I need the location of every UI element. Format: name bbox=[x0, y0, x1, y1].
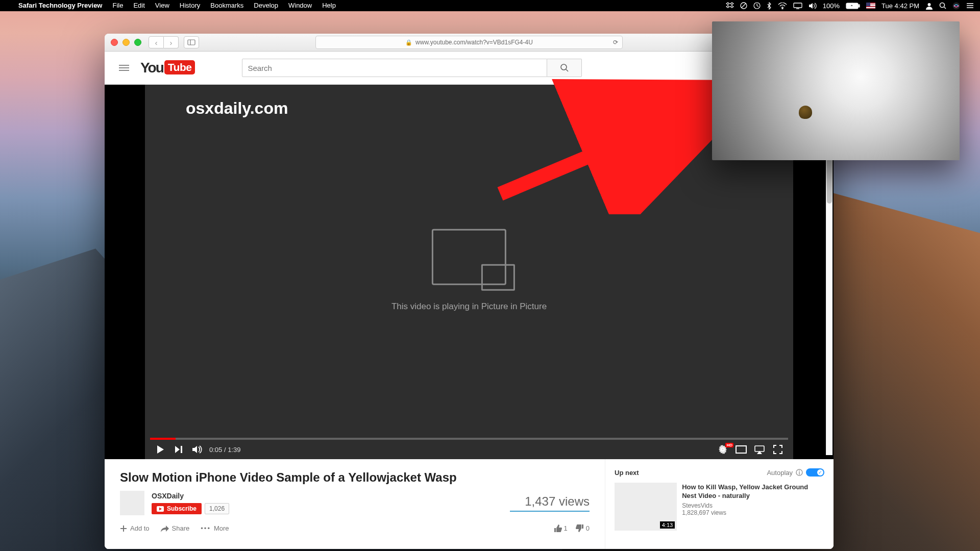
menubar-clock[interactable]: Tue 4:42 PM bbox=[881, 2, 919, 10]
menu-help[interactable]: Help bbox=[317, 0, 341, 11]
svg-rect-11 bbox=[736, 446, 746, 453]
svg-rect-5 bbox=[859, 5, 860, 7]
search-input[interactable] bbox=[242, 59, 547, 77]
dropbox-icon[interactable] bbox=[726, 2, 734, 9]
airplay-button[interactable] bbox=[750, 445, 769, 454]
svg-rect-9 bbox=[188, 40, 195, 45]
recommended-thumbnail: 4:13 bbox=[615, 483, 677, 531]
menu-bookmarks[interactable]: Bookmarks bbox=[205, 0, 249, 11]
battery-icon[interactable] bbox=[846, 3, 860, 9]
video-watermark: osxdaily.com bbox=[186, 99, 288, 118]
pip-placeholder: This video is playing in Picture in Pict… bbox=[391, 229, 547, 312]
pip-message: This video is playing in Picture in Pict… bbox=[391, 302, 547, 312]
guide-menu-button[interactable] bbox=[119, 63, 129, 72]
menu-view[interactable]: View bbox=[150, 0, 175, 11]
video-player[interactable]: osxdaily.com This video is playing in Pi… bbox=[145, 85, 793, 459]
battery-percent: 100% bbox=[823, 2, 840, 10]
thumbs-down-icon bbox=[576, 524, 584, 532]
url-text: www.youtube.com/watch?v=VBd1sFG4-4U bbox=[415, 39, 533, 46]
timecode: 0:05 / 1:39 bbox=[209, 446, 240, 454]
recommended-views: 1,828,697 views bbox=[682, 509, 824, 516]
recommended-title: How to Kill Wasp, Yellow Jacket Ground N… bbox=[682, 483, 824, 500]
channel-avatar[interactable] bbox=[120, 491, 144, 515]
menu-window[interactable]: Window bbox=[283, 0, 317, 11]
recommended-item[interactable]: 4:13 How to Kill Wasp, Yellow Jacket Gro… bbox=[615, 483, 824, 531]
donotdisturb-icon[interactable] bbox=[740, 2, 747, 9]
display-icon[interactable] bbox=[793, 3, 802, 9]
hd-badge: HD bbox=[725, 443, 733, 447]
settings-button[interactable]: HD bbox=[714, 445, 732, 454]
plus-icon bbox=[120, 525, 127, 532]
up-next-label: Up next bbox=[615, 469, 639, 477]
share-button[interactable]: Share bbox=[161, 524, 190, 532]
search-button[interactable] bbox=[547, 59, 582, 77]
video-title: Slow Motion iPhone Video Sample of a Yel… bbox=[120, 470, 590, 485]
window-zoom-button[interactable] bbox=[134, 39, 141, 46]
share-icon bbox=[161, 525, 169, 532]
app-menu[interactable]: Safari Technology Preview bbox=[13, 0, 107, 11]
volume-icon[interactable] bbox=[808, 3, 817, 9]
nav-back-button[interactable]: ‹ bbox=[149, 36, 164, 48]
play-button[interactable] bbox=[151, 445, 169, 454]
recommended-duration: 4:13 bbox=[660, 521, 675, 529]
player-controls: 0:05 / 1:39 HD bbox=[145, 440, 793, 459]
menu-edit[interactable]: Edit bbox=[128, 0, 150, 11]
input-source-flag[interactable] bbox=[866, 3, 875, 9]
sentiment-bar bbox=[510, 511, 590, 512]
svg-rect-12 bbox=[755, 446, 764, 452]
subscribe-button[interactable]: Subscribe bbox=[152, 503, 202, 514]
menu-history[interactable]: History bbox=[175, 0, 205, 11]
theater-mode-button[interactable] bbox=[732, 445, 750, 454]
menu-file[interactable]: File bbox=[107, 0, 128, 11]
autoplay-toggle[interactable] bbox=[806, 468, 824, 477]
menu-develop[interactable]: Develop bbox=[249, 0, 283, 11]
channel-name[interactable]: OSXDaily bbox=[152, 492, 229, 500]
svg-point-7 bbox=[940, 3, 945, 8]
view-count: 1,437 views bbox=[510, 494, 590, 509]
svg-point-10 bbox=[561, 64, 567, 70]
timemachine-icon[interactable] bbox=[753, 2, 761, 9]
subscribe-label: Subscribe bbox=[167, 505, 197, 512]
address-bar[interactable]: 🔒 www.youtube.com/watch?v=VBd1sFG4-4U ⟳ bbox=[315, 36, 623, 49]
thumbs-up-icon bbox=[554, 524, 562, 532]
below-video-row: Slow Motion iPhone Video Sample of a Yel… bbox=[105, 459, 834, 549]
svg-point-2 bbox=[782, 8, 783, 9]
wifi-icon[interactable] bbox=[778, 3, 787, 9]
video-meta-panel: Slow Motion iPhone Video Sample of a Yel… bbox=[105, 459, 605, 549]
subscriber-count: 1,026 bbox=[205, 503, 229, 514]
recommended-channel: StevesVids bbox=[682, 502, 824, 509]
lock-icon: 🔒 bbox=[405, 39, 412, 46]
sidebar-column: Up next Autoplay 4:13 How to Kill Wasp, … bbox=[605, 459, 834, 549]
window-close-button[interactable] bbox=[111, 39, 118, 46]
fullscreen-button[interactable] bbox=[769, 445, 787, 454]
youtube-icon bbox=[157, 506, 164, 512]
youtube-logo[interactable]: YouTube bbox=[140, 60, 195, 76]
add-to-button[interactable]: Add to bbox=[120, 524, 150, 532]
reload-button[interactable]: ⟳ bbox=[613, 39, 618, 46]
show-sidebar-button[interactable] bbox=[184, 36, 199, 48]
info-icon[interactable] bbox=[796, 469, 803, 476]
svg-point-8 bbox=[953, 2, 960, 9]
macos-menubar: Safari Technology Preview File Edit View… bbox=[0, 0, 980, 11]
more-button[interactable]: ••• More bbox=[201, 524, 229, 532]
spotlight-icon[interactable] bbox=[939, 2, 946, 9]
siri-icon[interactable] bbox=[952, 2, 960, 10]
dislike-button[interactable]: 0 bbox=[576, 524, 590, 532]
pip-window[interactable] bbox=[712, 21, 960, 160]
window-minimize-button[interactable] bbox=[122, 39, 130, 46]
autoplay-label: Autoplay bbox=[767, 469, 793, 477]
next-button[interactable] bbox=[169, 445, 188, 454]
bluetooth-icon[interactable] bbox=[767, 2, 772, 10]
search-icon bbox=[560, 63, 569, 72]
mute-button[interactable] bbox=[188, 445, 206, 454]
nav-forward-button[interactable]: › bbox=[164, 36, 179, 48]
svg-point-6 bbox=[928, 3, 931, 6]
like-button[interactable]: 1 bbox=[554, 524, 568, 532]
notification-center-icon[interactable] bbox=[966, 3, 974, 9]
pip-icon bbox=[432, 229, 506, 285]
ellipsis-icon: ••• bbox=[201, 524, 211, 532]
user-icon[interactable] bbox=[925, 2, 933, 10]
svg-rect-3 bbox=[794, 3, 802, 8]
